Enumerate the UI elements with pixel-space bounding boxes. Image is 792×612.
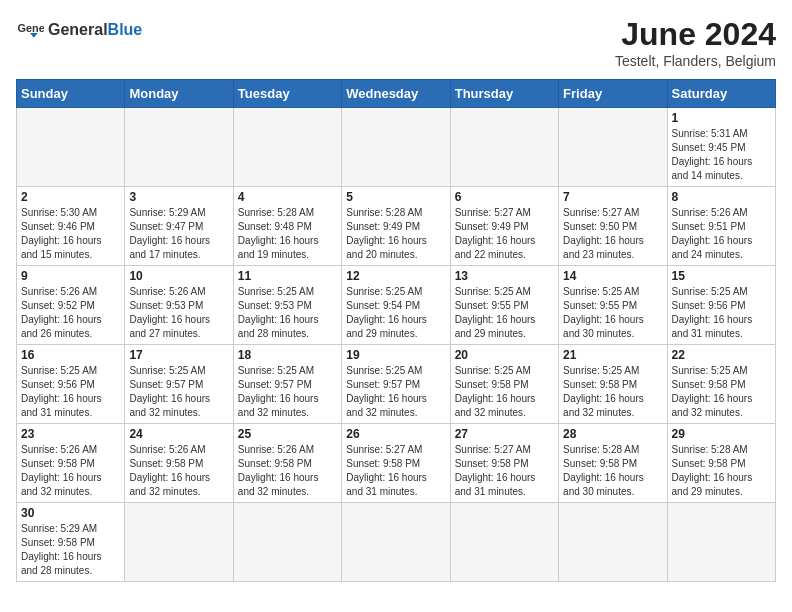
table-row: 7Sunrise: 5:27 AMSunset: 9:50 PMDaylight…: [559, 187, 667, 266]
logo-text: GeneralBlue: [48, 21, 142, 39]
table-row: 27Sunrise: 5:27 AMSunset: 9:58 PMDayligh…: [450, 424, 558, 503]
table-row: 30Sunrise: 5:29 AMSunset: 9:58 PMDayligh…: [17, 503, 125, 582]
day-number: 24: [129, 427, 228, 441]
day-info: Sunrise: 5:25 AMSunset: 9:57 PMDaylight:…: [238, 364, 337, 420]
day-number: 19: [346, 348, 445, 362]
table-row: [559, 503, 667, 582]
table-row: 21Sunrise: 5:25 AMSunset: 9:58 PMDayligh…: [559, 345, 667, 424]
table-row: 22Sunrise: 5:25 AMSunset: 9:58 PMDayligh…: [667, 345, 775, 424]
table-row: [17, 108, 125, 187]
table-row: 28Sunrise: 5:28 AMSunset: 9:58 PMDayligh…: [559, 424, 667, 503]
day-number: 29: [672, 427, 771, 441]
day-info: Sunrise: 5:25 AMSunset: 9:58 PMDaylight:…: [563, 364, 662, 420]
day-info: Sunrise: 5:26 AMSunset: 9:58 PMDaylight:…: [21, 443, 120, 499]
calendar-week-row: 23Sunrise: 5:26 AMSunset: 9:58 PMDayligh…: [17, 424, 776, 503]
table-row: [559, 108, 667, 187]
table-row: 23Sunrise: 5:26 AMSunset: 9:58 PMDayligh…: [17, 424, 125, 503]
day-number: 3: [129, 190, 228, 204]
day-number: 16: [21, 348, 120, 362]
day-info: Sunrise: 5:28 AMSunset: 9:58 PMDaylight:…: [563, 443, 662, 499]
table-row: 16Sunrise: 5:25 AMSunset: 9:56 PMDayligh…: [17, 345, 125, 424]
col-sunday: Sunday: [17, 80, 125, 108]
day-number: 13: [455, 269, 554, 283]
day-number: 25: [238, 427, 337, 441]
day-info: Sunrise: 5:25 AMSunset: 9:57 PMDaylight:…: [129, 364, 228, 420]
day-number: 12: [346, 269, 445, 283]
day-info: Sunrise: 5:26 AMSunset: 9:58 PMDaylight:…: [129, 443, 228, 499]
table-row: 24Sunrise: 5:26 AMSunset: 9:58 PMDayligh…: [125, 424, 233, 503]
table-row: [233, 108, 341, 187]
col-tuesday: Tuesday: [233, 80, 341, 108]
table-row: 4Sunrise: 5:28 AMSunset: 9:48 PMDaylight…: [233, 187, 341, 266]
day-info: Sunrise: 5:25 AMSunset: 9:54 PMDaylight:…: [346, 285, 445, 341]
day-number: 23: [21, 427, 120, 441]
title-area: June 2024 Testelt, Flanders, Belgium: [615, 16, 776, 69]
day-info: Sunrise: 5:25 AMSunset: 9:56 PMDaylight:…: [672, 285, 771, 341]
day-info: Sunrise: 5:25 AMSunset: 9:53 PMDaylight:…: [238, 285, 337, 341]
calendar-week-row: 1Sunrise: 5:31 AMSunset: 9:45 PMDaylight…: [17, 108, 776, 187]
table-row: [450, 108, 558, 187]
table-row: 13Sunrise: 5:25 AMSunset: 9:55 PMDayligh…: [450, 266, 558, 345]
col-monday: Monday: [125, 80, 233, 108]
table-row: 25Sunrise: 5:26 AMSunset: 9:58 PMDayligh…: [233, 424, 341, 503]
day-number: 28: [563, 427, 662, 441]
day-info: Sunrise: 5:29 AMSunset: 9:47 PMDaylight:…: [129, 206, 228, 262]
table-row: [342, 108, 450, 187]
day-info: Sunrise: 5:25 AMSunset: 9:55 PMDaylight:…: [563, 285, 662, 341]
day-info: Sunrise: 5:26 AMSunset: 9:58 PMDaylight:…: [238, 443, 337, 499]
day-info: Sunrise: 5:29 AMSunset: 9:58 PMDaylight:…: [21, 522, 120, 578]
logo: General GeneralBlue: [16, 16, 142, 44]
day-number: 10: [129, 269, 228, 283]
day-number: 26: [346, 427, 445, 441]
table-row: [342, 503, 450, 582]
calendar-week-row: 2Sunrise: 5:30 AMSunset: 9:46 PMDaylight…: [17, 187, 776, 266]
table-row: [233, 503, 341, 582]
day-info: Sunrise: 5:28 AMSunset: 9:48 PMDaylight:…: [238, 206, 337, 262]
day-number: 2: [21, 190, 120, 204]
day-number: 4: [238, 190, 337, 204]
day-number: 15: [672, 269, 771, 283]
day-number: 20: [455, 348, 554, 362]
day-number: 30: [21, 506, 120, 520]
day-info: Sunrise: 5:25 AMSunset: 9:58 PMDaylight:…: [672, 364, 771, 420]
table-row: 15Sunrise: 5:25 AMSunset: 9:56 PMDayligh…: [667, 266, 775, 345]
col-friday: Friday: [559, 80, 667, 108]
table-row: 10Sunrise: 5:26 AMSunset: 9:53 PMDayligh…: [125, 266, 233, 345]
day-info: Sunrise: 5:25 AMSunset: 9:56 PMDaylight:…: [21, 364, 120, 420]
day-info: Sunrise: 5:31 AMSunset: 9:45 PMDaylight:…: [672, 127, 771, 183]
table-row: 29Sunrise: 5:28 AMSunset: 9:58 PMDayligh…: [667, 424, 775, 503]
table-row: 26Sunrise: 5:27 AMSunset: 9:58 PMDayligh…: [342, 424, 450, 503]
svg-marker-1: [30, 33, 38, 38]
day-info: Sunrise: 5:28 AMSunset: 9:49 PMDaylight:…: [346, 206, 445, 262]
table-row: 5Sunrise: 5:28 AMSunset: 9:49 PMDaylight…: [342, 187, 450, 266]
table-row: [125, 108, 233, 187]
header: General GeneralBlue June 2024 Testelt, F…: [16, 16, 776, 69]
day-number: 9: [21, 269, 120, 283]
day-number: 7: [563, 190, 662, 204]
day-info: Sunrise: 5:27 AMSunset: 9:58 PMDaylight:…: [346, 443, 445, 499]
col-saturday: Saturday: [667, 80, 775, 108]
day-number: 18: [238, 348, 337, 362]
table-row: 17Sunrise: 5:25 AMSunset: 9:57 PMDayligh…: [125, 345, 233, 424]
table-row: 3Sunrise: 5:29 AMSunset: 9:47 PMDaylight…: [125, 187, 233, 266]
table-row: 2Sunrise: 5:30 AMSunset: 9:46 PMDaylight…: [17, 187, 125, 266]
day-info: Sunrise: 5:28 AMSunset: 9:58 PMDaylight:…: [672, 443, 771, 499]
table-row: 19Sunrise: 5:25 AMSunset: 9:57 PMDayligh…: [342, 345, 450, 424]
day-number: 27: [455, 427, 554, 441]
table-row: 9Sunrise: 5:26 AMSunset: 9:52 PMDaylight…: [17, 266, 125, 345]
location: Testelt, Flanders, Belgium: [615, 53, 776, 69]
day-info: Sunrise: 5:30 AMSunset: 9:46 PMDaylight:…: [21, 206, 120, 262]
table-row: 18Sunrise: 5:25 AMSunset: 9:57 PMDayligh…: [233, 345, 341, 424]
table-row: [667, 503, 775, 582]
day-info: Sunrise: 5:26 AMSunset: 9:52 PMDaylight:…: [21, 285, 120, 341]
logo-icon: General: [16, 16, 44, 44]
table-row: 20Sunrise: 5:25 AMSunset: 9:58 PMDayligh…: [450, 345, 558, 424]
day-info: Sunrise: 5:26 AMSunset: 9:53 PMDaylight:…: [129, 285, 228, 341]
day-number: 21: [563, 348, 662, 362]
month-year: June 2024: [615, 16, 776, 53]
calendar-header-row: Sunday Monday Tuesday Wednesday Thursday…: [17, 80, 776, 108]
day-number: 14: [563, 269, 662, 283]
table-row: 6Sunrise: 5:27 AMSunset: 9:49 PMDaylight…: [450, 187, 558, 266]
day-info: Sunrise: 5:25 AMSunset: 9:58 PMDaylight:…: [455, 364, 554, 420]
calendar: Sunday Monday Tuesday Wednesday Thursday…: [16, 79, 776, 582]
